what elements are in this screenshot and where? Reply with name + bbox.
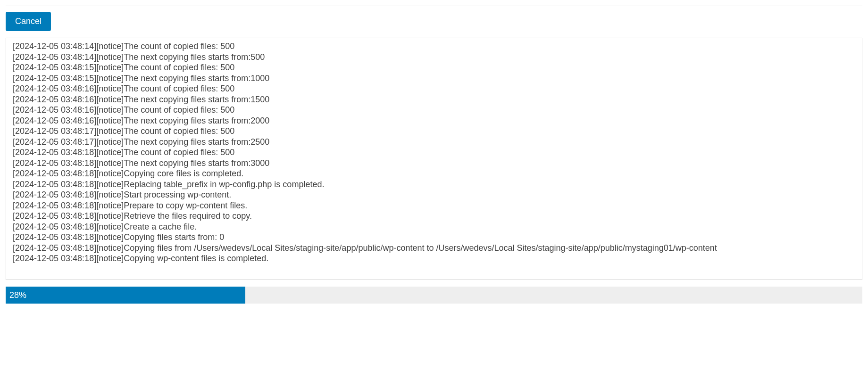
log-line: [2024-12-05 03:48:18][notice]The count o… (13, 147, 855, 158)
log-line: [2024-12-05 03:48:15][notice]The next co… (13, 73, 855, 84)
cancel-button[interactable]: Cancel (6, 12, 51, 31)
separator (6, 6, 862, 6)
progress-bar-track: 28% (6, 287, 862, 304)
progress-label: 28% (9, 290, 26, 300)
log-line: [2024-12-05 03:48:18][notice]Copying fil… (13, 243, 855, 254)
log-line: [2024-12-05 03:48:18][notice]Copying cor… (13, 168, 855, 179)
log-line: [2024-12-05 03:48:16][notice]The next co… (13, 115, 855, 126)
log-line: [2024-12-05 03:48:18][notice]Retrieve th… (13, 211, 855, 222)
log-line: [2024-12-05 03:48:16][notice]The count o… (13, 105, 855, 115)
log-line: [2024-12-05 03:48:18][notice]Copying fil… (13, 232, 855, 243)
log-line: [2024-12-05 03:48:18][notice]Replacing t… (13, 179, 855, 190)
progress-bar-fill: 28% (6, 287, 245, 304)
log-line: [2024-12-05 03:48:18][notice]Start proce… (13, 190, 855, 200)
log-line: [2024-12-05 03:48:14][notice]The count o… (13, 41, 855, 52)
log-line: [2024-12-05 03:48:18][notice]Create a ca… (13, 222, 855, 232)
log-output[interactable]: [2024-12-05 03:48:14][notice]The count o… (6, 38, 862, 280)
log-line: [2024-12-05 03:48:16][notice]The next co… (13, 94, 855, 105)
log-line: [2024-12-05 03:48:14][notice]The next co… (13, 52, 855, 63)
log-line: [2024-12-05 03:48:18][notice]The next co… (13, 158, 855, 169)
log-line: [2024-12-05 03:48:17][notice]The count o… (13, 126, 855, 137)
log-line: [2024-12-05 03:48:18][notice]Copying wp-… (13, 253, 855, 264)
log-line: [2024-12-05 03:48:15][notice]The count o… (13, 62, 855, 73)
log-line: [2024-12-05 03:48:18][notice]Prepare to … (13, 200, 855, 211)
log-line: [2024-12-05 03:48:16][notice]The count o… (13, 83, 855, 94)
log-line: [2024-12-05 03:48:17][notice]The next co… (13, 137, 855, 148)
